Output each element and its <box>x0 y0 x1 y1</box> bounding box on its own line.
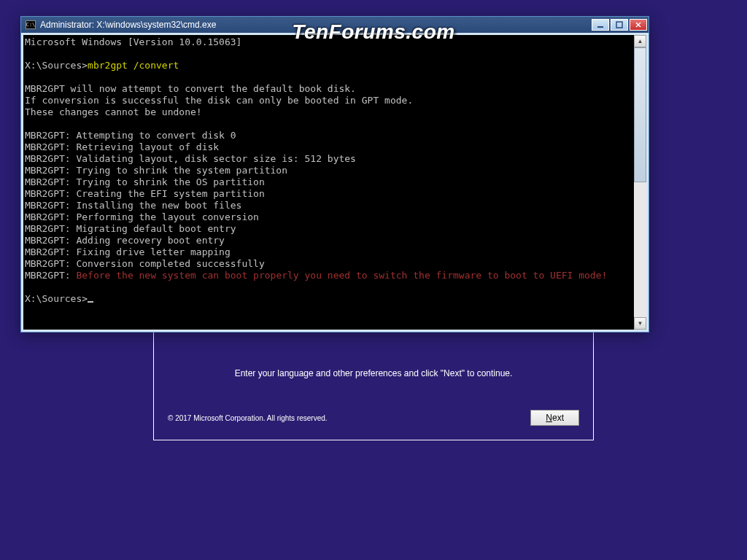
cursor-icon <box>88 301 93 303</box>
warning-message: Before the new system can boot properly … <box>76 270 607 281</box>
output-line: MBR2GPT: Migrating default boot entry <box>25 223 632 235</box>
cmd-window: C:\ Administrator: X:\windows\system32\c… <box>20 16 649 332</box>
scrollbar-track[interactable] <box>634 47 646 317</box>
output-line: MBR2GPT: Performing the layout conversio… <box>25 211 632 223</box>
output-line: If conversion is successful the disk can… <box>25 95 632 106</box>
close-button[interactable] <box>630 19 647 31</box>
svg-rect-0 <box>597 26 603 28</box>
setup-instruction-text: Enter your language and other preference… <box>159 368 588 378</box>
output-line: MBR2GPT: Creating the EFI system partiti… <box>25 188 632 200</box>
output-line: MBR2GPT: Installing the new boot files <box>25 200 632 211</box>
next-button[interactable]: Next <box>530 410 579 426</box>
cmd-icon: C:\ <box>26 20 36 29</box>
vertical-scrollbar[interactable]: ▲ ▼ <box>634 35 646 330</box>
output-line: MBR2GPT: Validating layout, disk sector … <box>25 153 632 165</box>
maximize-icon <box>616 21 623 28</box>
maximize-button[interactable] <box>611 19 628 31</box>
minimize-icon <box>597 21 604 28</box>
output-line: MBR2GPT: Adding recovery boot entry <box>25 235 632 246</box>
output-line: MBR2GPT: Fixing drive letter mapping <box>25 246 632 258</box>
output-prefix: MBR2GPT: <box>25 270 76 281</box>
copyright-text: © 2017 Microsoft Corporation. All rights… <box>168 414 328 422</box>
scrollbar-thumb[interactable] <box>634 47 646 182</box>
prompt-path: X:\Sources> <box>25 60 88 71</box>
scroll-down-button[interactable]: ▼ <box>634 317 646 330</box>
typed-command: mbr2gpt /convert <box>88 60 179 71</box>
scroll-up-button[interactable]: ▲ <box>634 35 646 47</box>
output-line: MBR2GPT: Trying to shrink the OS partiti… <box>25 176 632 188</box>
output-line: These changes cannot be undone! <box>25 106 632 118</box>
watermark-text: TenForums.com <box>292 20 454 44</box>
output-line: MBR2GPT: Trying to shrink the system par… <box>25 165 632 176</box>
close-icon <box>635 21 642 28</box>
output-line: MBR2GPT: Retrieving layout of disk <box>25 141 632 153</box>
minimize-button[interactable] <box>592 19 609 31</box>
output-line: MBR2GPT will now attempt to convert the … <box>25 83 632 95</box>
prompt-path: X:\Sources> <box>25 293 88 304</box>
terminal-output[interactable]: Microsoft Windows [Version 10.0.15063] X… <box>23 35 634 330</box>
svg-rect-1 <box>616 22 622 28</box>
output-line: MBR2GPT: Conversion completed successful… <box>25 258 632 270</box>
output-line: MBR2GPT: Attempting to convert disk 0 <box>25 130 632 141</box>
next-button-label: ext <box>552 413 564 423</box>
